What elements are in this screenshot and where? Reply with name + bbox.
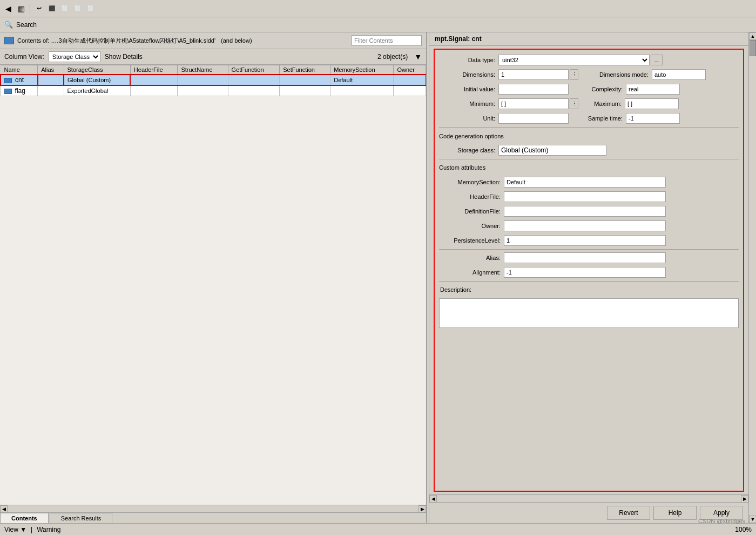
revert-button[interactable]: Revert <box>607 506 650 520</box>
status-view: View ▼ <box>4 526 26 533</box>
description-box <box>439 298 739 328</box>
minimum-input[interactable] <box>498 98 569 109</box>
column-view-select[interactable]: Storage Class All Custom <box>49 51 100 62</box>
toolbar-btn-back[interactable]: ↩ <box>33 3 44 14</box>
cell-storageclass-2: ExportedGlobal <box>64 85 130 96</box>
col-headerfile[interactable]: HeaderFile <box>130 65 178 75</box>
status-bar: View ▼ | Warning 100% <box>0 523 756 535</box>
cell-getfunction <box>228 75 280 85</box>
alignment-input[interactable] <box>504 267 666 278</box>
tab-search-results[interactable]: Search Results <box>50 513 113 523</box>
cell-setfunction-2 <box>280 85 330 96</box>
path-text: Contents of: ….3自动生成代码控制单片机\A5stateflow闪… <box>17 37 215 45</box>
filter-icon[interactable]: ▼ <box>414 52 422 61</box>
alias-input[interactable] <box>504 252 666 263</box>
unit-row: Unit: Sample time: <box>439 112 739 124</box>
cell-alias-2 <box>38 85 64 96</box>
owner-label: Owner: <box>439 223 504 229</box>
alias-row: Alias: <box>439 252 739 264</box>
toolbar-btn-arrow[interactable]: ◀ <box>3 3 14 14</box>
table-row[interactable]: cnt Global (Custom) Default <box>1 75 426 85</box>
table-header-row: Name Alias StorageClass HeaderFile Struc… <box>1 65 426 75</box>
search-label: Search <box>16 21 37 29</box>
dimensions-input[interactable] <box>498 69 569 80</box>
data-type-expand-btn[interactable]: ... <box>651 55 663 65</box>
column-view-row: Column View: Storage Class All Custom Sh… <box>0 49 426 65</box>
owner-input[interactable] <box>504 220 666 231</box>
left-scroll-track <box>8 505 418 513</box>
toolbar-btn-5[interactable]: ⬜ <box>85 3 96 14</box>
toolbar-btn-4[interactable]: ⬜ <box>72 3 83 14</box>
left-scroll-left[interactable]: ◀ <box>0 505 8 513</box>
path-suffix: (and below) <box>221 37 252 44</box>
table-row[interactable]: flag ExportedGlobal <box>1 85 426 96</box>
filter-input[interactable] <box>352 35 422 46</box>
col-memorysection[interactable]: MemorySection <box>330 65 394 75</box>
memory-section-input[interactable] <box>504 177 666 188</box>
maximum-input[interactable] <box>625 98 679 109</box>
left-panel-header: Contents of: ….3自动生成代码控制单片机\A5stateflow闪… <box>0 32 426 49</box>
right-scroll-down[interactable]: ▼ <box>749 516 756 523</box>
data-type-select[interactable]: uint32 <box>498 55 650 65</box>
cell-headerfile <box>130 75 178 85</box>
right-scroll-thumb[interactable] <box>750 40 756 56</box>
cell-memorysection-2 <box>330 85 394 96</box>
col-structname[interactable]: StructName <box>178 65 228 75</box>
help-button[interactable]: Help <box>653 506 697 520</box>
storage-class-label: Storage class: <box>439 147 498 153</box>
cell-structname-2 <box>178 85 228 96</box>
cell-storageclass: Global (Custom) <box>64 75 130 85</box>
status-sep: | <box>31 526 32 533</box>
toolbar-btn-3[interactable]: ⬜ <box>59 3 70 14</box>
right-scroll-up[interactable]: ▲ <box>749 32 756 40</box>
unit-label: Unit: <box>439 115 498 122</box>
left-scroll-right[interactable]: ▶ <box>418 505 426 513</box>
row2-name: flag <box>15 87 25 95</box>
unit-input[interactable] <box>498 113 569 124</box>
minimum-expand-btn[interactable]: ⋮ <box>570 98 578 109</box>
col-owner[interactable]: Owner <box>394 65 426 75</box>
col-getfunction[interactable]: GetFunction <box>228 65 280 75</box>
sample-time-label: Sample time: <box>572 115 626 122</box>
alias-label: Alias: <box>439 255 504 261</box>
dimensions-expand-btn[interactable]: ⋮ <box>570 69 578 80</box>
dimensions-mode-input[interactable] <box>652 69 706 80</box>
data-type-label: Data type: <box>439 57 498 63</box>
cell-name: cnt <box>1 75 38 85</box>
col-setfunction[interactable]: SetFunction <box>280 65 330 75</box>
complexity-input[interactable] <box>626 84 680 95</box>
col-alias[interactable]: Alias <box>38 65 64 75</box>
tab-contents[interactable]: Contents <box>0 513 49 523</box>
data-table: Name Alias StorageClass HeaderFile Struc… <box>0 65 426 96</box>
alignment-row: Alignment: <box>439 266 739 278</box>
data-table-wrapper: Name Alias StorageClass HeaderFile Struc… <box>0 65 426 505</box>
search-icon[interactable]: 🔍 <box>4 21 13 29</box>
col-name[interactable]: Name <box>1 65 38 75</box>
column-view-label: Column View: <box>4 53 44 61</box>
right-scroll-left[interactable]: ◀ <box>429 495 437 503</box>
col-storageclass[interactable]: StorageClass <box>64 65 130 75</box>
memory-section-label: MemorySection: <box>439 179 504 185</box>
cell-name-2: flag <box>1 85 38 96</box>
header-file-input[interactable] <box>504 191 666 202</box>
cell-setfunction <box>280 75 330 85</box>
cell-headerfile-2 <box>130 85 178 96</box>
watermark: CSDN @xbridges <box>698 518 745 524</box>
object-count: 2 object(s) <box>377 53 408 61</box>
toolbar-btn-grid[interactable]: ▦ <box>16 3 26 14</box>
right-panel-title: mpt.Signal: cnt <box>429 32 748 46</box>
sample-time-input[interactable] <box>626 113 680 124</box>
persistence-level-input[interactable] <box>504 235 666 246</box>
right-scroll-right[interactable]: ▶ <box>741 495 748 503</box>
cell-structname <box>178 75 228 85</box>
left-h-scroll: ◀ ▶ <box>0 505 426 512</box>
sep-1 <box>439 127 739 128</box>
show-details-button[interactable]: Show Details <box>105 53 143 61</box>
right-h-scroll: ◀ ▶ <box>429 494 748 502</box>
sep-2 <box>439 159 739 159</box>
description-textarea[interactable] <box>440 299 738 326</box>
definition-file-input[interactable] <box>504 206 666 217</box>
initial-value-input[interactable] <box>498 84 569 95</box>
toolbar-btn-2[interactable]: ⬛ <box>46 3 57 14</box>
definition-file-row: DefinitionFile: <box>439 205 739 217</box>
